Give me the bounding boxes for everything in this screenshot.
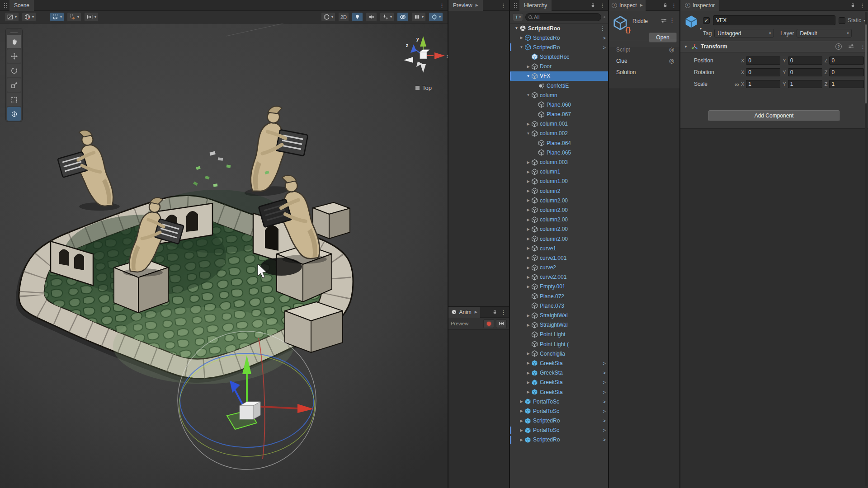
- hierarchy-item-column[interactable]: ▼column: [510, 90, 608, 100]
- hidden-objects-button[interactable]: [397, 12, 409, 22]
- hierarchy-item-scriptedro[interactable]: ▶ScriptedRo>: [510, 33, 608, 42]
- hierarchy-item-scriptedro[interactable]: ▼ScriptedRo>: [510, 42, 608, 52]
- field-rotation-x[interactable]: [746, 68, 780, 76]
- hierarchy-item-column-001[interactable]: ▶column.001: [510, 119, 608, 129]
- foldout-closed-icon[interactable]: ▶: [525, 237, 531, 241]
- foldout-open-icon[interactable]: ▼: [683, 45, 689, 49]
- foldout-closed-icon[interactable]: ▶: [525, 170, 531, 174]
- scene-kebab-icon[interactable]: ⋮: [600, 25, 605, 32]
- hierarchy-item-column2-00[interactable]: ▶column2.00: [510, 196, 608, 205]
- hierarchy-item-column1[interactable]: ▶column1: [510, 167, 608, 177]
- object-picker-icon[interactable]: ◎: [669, 57, 674, 64]
- gameobject-name-input[interactable]: [713, 15, 835, 25]
- tag-dropdown[interactable]: Untagged ▾: [714, 29, 774, 38]
- hierarchy-item-column-003[interactable]: ▶column.003: [510, 157, 608, 167]
- hierarchy-item-portaltosc[interactable]: ▶PortalToSc>: [510, 426, 608, 435]
- rect-tool[interactable]: [7, 93, 21, 106]
- tab-overflow-icon[interactable]: ▶: [640, 3, 643, 7]
- hierarchy-root-scene[interactable]: ▼ ScriptedRoo ⋮: [510, 23, 608, 33]
- scene-visibility-icon[interactable]: [604, 14, 605, 20]
- record-button[interactable]: [483, 319, 494, 328]
- field-scale-y[interactable]: [788, 80, 822, 88]
- foldout-closed-icon[interactable]: ▶: [519, 438, 524, 442]
- object-picker-icon[interactable]: ◎: [669, 46, 674, 53]
- foldout-closed-icon[interactable]: ▶: [525, 352, 531, 356]
- foldout-closed-icon[interactable]: ▶: [525, 179, 531, 183]
- hierarchy-item-scriptedro[interactable]: ▶ScriptedRo>: [510, 435, 608, 445]
- effects-toggle-button[interactable]: ▾: [380, 12, 394, 22]
- hierarchy-item-scriptedro[interactable]: ▶ScriptedRo>: [510, 416, 608, 426]
- hierarchy-lock-icon[interactable]: [590, 3, 595, 8]
- inspector-lock-icon[interactable]: [850, 3, 855, 8]
- hierarchy-item-curve2-001[interactable]: ▶curve2.001: [510, 272, 608, 282]
- foldout-closed-icon[interactable]: ▶: [525, 371, 531, 375]
- foldout-closed-icon[interactable]: ▶: [525, 227, 531, 231]
- hierarchy-item-plane-060[interactable]: Plane.060: [510, 100, 608, 109]
- foldout-closed-icon[interactable]: ▶: [525, 65, 531, 69]
- open-prefab-chevron[interactable]: >: [602, 389, 608, 395]
- transform-combined-tool[interactable]: [7, 107, 21, 121]
- scale-tool[interactable]: [7, 78, 21, 92]
- foldout-closed-icon[interactable]: ▶: [525, 160, 531, 164]
- gameobject-icon[interactable]: ▾: [684, 14, 699, 30]
- field-scale-z[interactable]: [829, 80, 864, 88]
- scene-menu-kebab-icon[interactable]: ⋮: [439, 0, 445, 11]
- open-prefab-chevron[interactable]: >: [602, 361, 608, 366]
- active-checkbox[interactable]: ✓: [703, 17, 710, 24]
- hierarchy-item-straightwal[interactable]: ▶StraightWal: [510, 310, 608, 320]
- inspect-lock-icon[interactable]: [663, 3, 668, 8]
- animation-menu-kebab-icon[interactable]: ⋮: [500, 307, 506, 318]
- foldout-closed-icon[interactable]: ▶: [519, 409, 524, 413]
- foldout-closed-icon[interactable]: ▶: [519, 419, 524, 423]
- foldout-closed-icon[interactable]: ▶: [525, 246, 531, 250]
- hierarchy-item-plane-065[interactable]: Plane.065: [510, 148, 608, 157]
- transform-header[interactable]: ▼ Transform ? ⋮: [680, 41, 868, 52]
- hierarchy-item-greeksta[interactable]: ▶GreekSta>: [510, 387, 608, 397]
- hierarchy-item-point-light-[interactable]: Point Light (: [510, 339, 608, 349]
- hierarchy-menu-kebab-icon[interactable]: ⋮: [599, 0, 605, 11]
- hierarchy-item-straightwal[interactable]: ▶StraightWal: [510, 320, 608, 330]
- foldout-closed-icon[interactable]: ▶: [525, 189, 531, 193]
- hierarchy-item-plane-064[interactable]: Plane.064: [510, 138, 608, 148]
- tab-preview[interactable]: Preview ▶: [448, 0, 483, 11]
- measure-tool-button[interactable]: ▾: [84, 12, 99, 22]
- hierarchy-item-scriptedroc[interactable]: ScriptedRoc: [510, 52, 608, 61]
- hierarchy-item-column2[interactable]: ▶column2: [510, 186, 608, 196]
- hierarchy-item-vfx[interactable]: ▼VFX: [510, 71, 608, 81]
- foldout-closed-icon[interactable]: ▶: [519, 428, 524, 432]
- foldout-open-icon[interactable]: ▼: [519, 45, 524, 49]
- tab-overflow-icon[interactable]: ▶: [476, 3, 478, 7]
- preview-menu-kebab-icon[interactable]: ⋮: [500, 0, 506, 11]
- hierarchy-item-greeksta[interactable]: ▶GreekSta>: [510, 368, 608, 378]
- field-position-z[interactable]: [829, 56, 864, 65]
- hierarchy-item-plane-072[interactable]: Plane.072: [510, 291, 608, 301]
- scrollbar-thumb[interactable]: [865, 24, 867, 103]
- tab-grip-icon[interactable]: [4, 3, 8, 8]
- open-prefab-chevron[interactable]: >: [602, 370, 608, 375]
- help-icon[interactable]: ?: [835, 43, 842, 50]
- field-position-x[interactable]: [746, 56, 780, 65]
- inspector-menu-kebab-icon[interactable]: ⋮: [859, 0, 865, 11]
- open-prefab-chevron[interactable]: >: [602, 399, 608, 404]
- field-position-y[interactable]: [788, 56, 822, 65]
- gizmo-center-cube[interactable]: [420, 52, 427, 59]
- hierarchy-item-column2-00[interactable]: ▶column2.00: [510, 205, 608, 215]
- foldout-closed-icon[interactable]: ▶: [525, 122, 531, 126]
- foldout-closed-icon[interactable]: ▶: [525, 266, 531, 270]
- hierarchy-item-column2-00[interactable]: ▶column2.00: [510, 215, 608, 225]
- static-checkbox[interactable]: [839, 17, 845, 24]
- foldout-closed-icon[interactable]: ▶: [525, 361, 531, 365]
- add-component-button[interactable]: Add Component: [708, 110, 840, 121]
- view-direction-label[interactable]: Top: [422, 84, 432, 91]
- hierarchy-item-column2-00[interactable]: ▶column2.00: [510, 225, 608, 234]
- hierarchy-item-plane-067[interactable]: Plane.067: [510, 110, 608, 119]
- foldout-closed-icon[interactable]: ▶: [525, 208, 531, 212]
- foldout-open-icon[interactable]: ▼: [514, 26, 519, 30]
- goto-start-button[interactable]: [496, 319, 507, 328]
- hierarchy-item-confettie[interactable]: ConfettiE: [510, 81, 608, 90]
- view-hand-tool[interactable]: [7, 35, 21, 48]
- open-prefab-chevron[interactable]: >: [602, 35, 608, 41]
- gizmo-visibility-button[interactable]: ▾: [429, 12, 443, 22]
- 2d-view-button[interactable]: 2D: [338, 12, 349, 22]
- hierarchy-item-portaltosc[interactable]: ▶PortalToSc>: [510, 406, 608, 416]
